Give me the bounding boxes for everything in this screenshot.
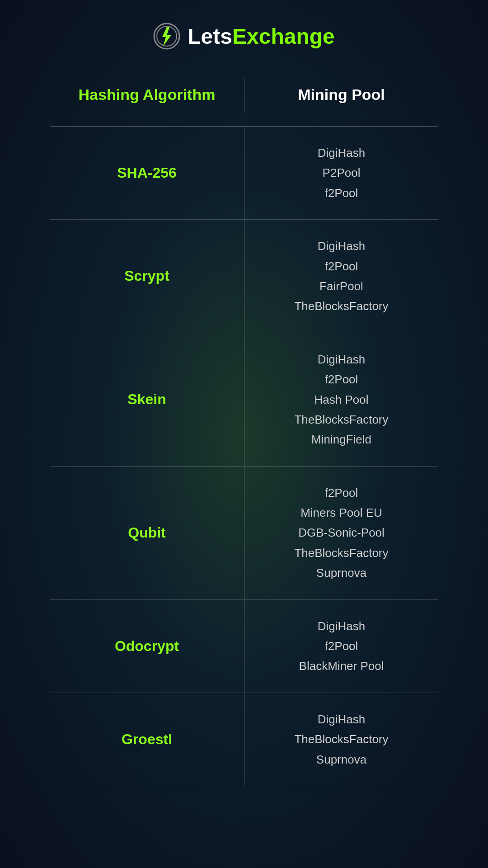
table-row: GroestlDigiHashTheBlocksFactorySuprnova [50,693,438,786]
algorithm-name: Qubit [128,524,166,541]
pool-name: f2Pool [325,485,358,501]
pool-name: TheBlocksFactory [294,298,388,314]
pool-name: TheBlocksFactory [294,731,388,747]
logo-lets: Lets [188,24,232,48]
pool-name: DGB-Sonic-Pool [298,524,385,541]
pool-name: Hash Pool [314,392,369,408]
algorithm-cell: Odocrypt [50,600,244,693]
algorithm-cell: SHA-256 [50,127,244,219]
table-header: Hashing Algorithm Mining Pool [50,77,438,127]
pools-cell: DigiHashf2PoolFairPoolTheBlocksFactory [244,220,438,333]
pools-cell: DigiHashTheBlocksFactorySuprnova [244,693,438,786]
pool-name: TheBlocksFactory [294,545,388,561]
svg-marker-2 [162,27,171,46]
table-body: SHA-256DigiHashP2Poolf2PoolScryptDigiHas… [50,127,438,786]
pool-name: FairPool [319,278,363,294]
algorithm-cell: Groestl [50,693,244,786]
algorithm-name: Scrypt [124,268,169,284]
pool-name: f2Pool [325,638,358,654]
pools-cell: DigiHashf2PoolBlackMiner Pool [244,600,438,693]
algorithm-name: Odocrypt [115,638,179,655]
pool-name: MiningField [311,431,371,448]
pool-name: TheBlocksFactory [294,411,388,428]
algorithm-name: Skein [127,391,166,408]
pool-name: Suprnova [316,751,366,768]
col2-header: Mining Pool [244,77,438,113]
table-row: ScryptDigiHashf2PoolFairPoolTheBlocksFac… [50,220,438,333]
pool-name: f2Pool [325,258,358,274]
algorithm-name: Groestl [122,731,172,748]
pool-name: DigiHash [318,351,366,368]
pool-name: f2Pool [325,185,358,201]
pool-name: f2Pool [325,371,358,387]
pool-name: Miners Pool EU [300,505,382,521]
table-row: Qubitf2PoolMiners Pool EUDGB-Sonic-PoolT… [50,467,438,600]
pool-name: DigiHash [318,145,366,161]
pool-name: P2Pool [323,165,361,181]
col1-header: Hashing Algorithm [50,77,244,113]
pools-cell: f2PoolMiners Pool EUDGB-Sonic-PoolTheBlo… [244,467,438,599]
table-row: OdocryptDigiHashf2PoolBlackMiner Pool [50,600,438,693]
table-row: SkeinDigiHashf2PoolHash PoolTheBlocksFac… [50,333,438,467]
pools-cell: DigiHashP2Poolf2Pool [244,127,438,219]
algorithm-cell: Scrypt [50,220,244,333]
algorithm-cell: Skein [50,333,244,466]
pool-name: DigiHash [318,711,366,727]
pool-name: DigiHash [318,238,366,254]
pool-name: DigiHash [318,618,366,634]
pool-name: BlackMiner Pool [299,658,384,674]
logo-text: LetsExchange [188,24,334,49]
pools-cell: DigiHashf2PoolHash PoolTheBlocksFactoryM… [244,333,438,466]
logo-icon [153,23,180,50]
algorithm-cell: Qubit [50,467,244,599]
logo-exchange: Exchange [232,24,335,48]
algorithm-name: SHA-256 [117,165,177,181]
page-header: LetsExchange [153,0,334,77]
pool-name: Suprnova [316,565,366,581]
table-row: SHA-256DigiHashP2Poolf2Pool [50,127,438,220]
main-table: Hashing Algorithm Mining Pool SHA-256Dig… [50,77,438,786]
